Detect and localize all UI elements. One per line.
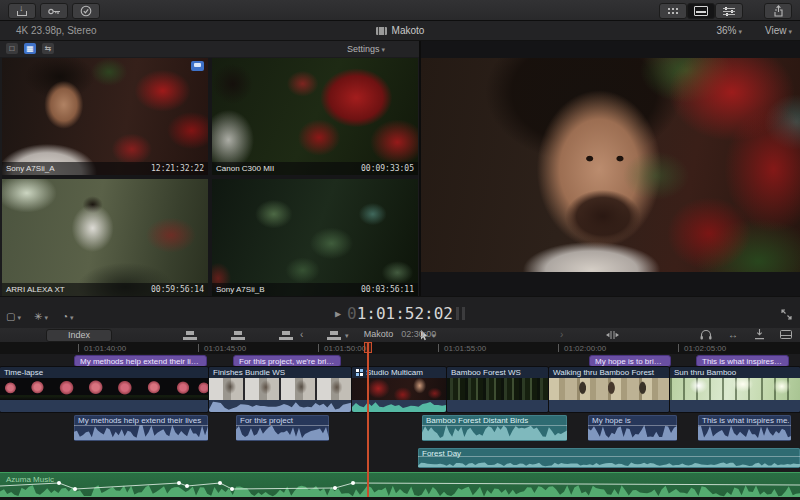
timeline-view-button[interactable]	[687, 3, 715, 19]
angle-name: ARRI ALEXA XT	[6, 285, 65, 294]
audio-clip[interactable]: Bamboo Forest Distant Birds	[422, 415, 567, 441]
inspector-button[interactable]	[715, 3, 743, 19]
audio-clip[interactable]: My hope is	[588, 415, 677, 441]
volume-keyframe[interactable]	[73, 487, 77, 491]
ruler-tick: 01:01:50:00	[318, 344, 366, 353]
volume-keyframe[interactable]	[218, 481, 222, 485]
title-clip[interactable]: My methods help extend their lives...	[74, 355, 207, 367]
snapping-icon[interactable]	[754, 329, 765, 340]
ambience-waveform	[418, 457, 800, 467]
skimming-icon[interactable]: ↔	[728, 329, 738, 340]
audio-clip-waveform	[588, 424, 677, 440]
trim-tool-icon[interactable]	[606, 330, 619, 340]
audio-clip-label: This is what inspires me.	[702, 416, 790, 425]
video-clip-label: Finishes Bundle WS	[213, 367, 285, 378]
ruler-tick: 01:02:05:00	[678, 344, 726, 353]
audio-meter[interactable]	[462, 307, 465, 320]
angle-display-video-icon[interactable]: □	[6, 43, 18, 54]
video-clip-filmstrip	[447, 378, 548, 400]
angle-grid-icon[interactable]: ▦	[24, 43, 36, 54]
playhead-handle[interactable]	[364, 342, 372, 353]
top-toolbar: ↓	[0, 0, 800, 21]
volume-keyframe[interactable]	[333, 486, 337, 490]
volume-keyframe[interactable]	[57, 481, 61, 485]
volume-keyframe[interactable]	[177, 481, 181, 485]
angle-cell[interactable]: Sony A7Sii_A12:21:32:22	[2, 58, 208, 175]
angle-cell[interactable]: Canon C300 MII00:09:33:05	[212, 58, 418, 175]
key-icon	[48, 7, 61, 16]
volume-keyframe[interactable]	[351, 481, 355, 485]
headphones-icon[interactable]	[700, 329, 712, 340]
video-clip-name: Time-lapse	[0, 367, 208, 378]
video-clip-name: Bamboo Forest WS	[447, 367, 548, 378]
active-video-angle-icon	[191, 61, 204, 71]
angle-timecode: 00:09:33:05	[361, 164, 414, 173]
background-tasks-button[interactable]	[72, 3, 100, 19]
zoom-level-menu[interactable]: 36%▾	[716, 25, 742, 36]
angle-name: Sony A7Sii_A	[6, 164, 54, 173]
angle-thumbnail	[2, 179, 208, 296]
audio-meter[interactable]	[456, 307, 459, 320]
import-button[interactable]: ↓	[8, 3, 36, 19]
audio-clip[interactable]: My methods help extend their lives	[74, 415, 208, 441]
import-icon: ↓	[17, 6, 27, 16]
video-clip[interactable]: Walking thru Bamboo Forest	[549, 367, 669, 412]
share-button[interactable]	[764, 3, 792, 19]
timeline-tracks: Azuma Music My methods help extend their…	[0, 354, 800, 500]
grid-dots-icon	[667, 7, 679, 15]
browser-view-button[interactable]	[659, 3, 687, 19]
video-clip[interactable]: Sun thru Bamboo	[670, 367, 800, 412]
audio-clip-waveform	[422, 424, 567, 440]
audio-clip-label: Bamboo Forest Distant Birds	[426, 416, 528, 425]
audio-clip-waveform	[236, 424, 329, 440]
video-clip-audio-strip	[549, 400, 669, 412]
playhead[interactable]	[367, 342, 369, 497]
audio-clip-waveform	[74, 424, 208, 440]
angle-label-bar: Canon C300 MII00:09:33:05	[212, 162, 418, 175]
title-clip[interactable]: This is what inspires me...	[696, 355, 789, 367]
angle-viewer: Sony A7Sii_A12:21:32:22Canon C300 MII00:…	[2, 58, 418, 296]
ruler-tick: 01:02:00:00	[558, 344, 606, 353]
project-header: 4K 23.98p, Stereo Makoto 36%▾ View▾	[0, 21, 800, 41]
video-clip-filmstrip	[0, 378, 208, 400]
video-clip[interactable]: Bamboo Forest WS	[447, 367, 548, 412]
ruler-tick: 01:01:40:00	[78, 344, 126, 353]
filmstrip-icon	[376, 27, 387, 35]
viewer-video-frame	[421, 58, 800, 272]
title-clip[interactable]: For this project, we're bringing nature.…	[233, 355, 341, 367]
audio-clip-waveform	[698, 424, 791, 440]
volume-keyframe[interactable]	[185, 484, 189, 488]
ambience-clip[interactable]: Forest Day	[418, 448, 800, 468]
clip-appearance-icon[interactable]	[780, 330, 792, 339]
view-menu[interactable]: View▾	[765, 25, 792, 36]
video-clip[interactable]: Time-lapse	[0, 367, 208, 412]
keyword-editor-button[interactable]	[40, 3, 68, 19]
volume-keyframes[interactable]	[0, 473, 800, 498]
angle-settings-menu[interactable]: Settings▾	[347, 44, 385, 54]
fullscreen-icon[interactable]	[781, 309, 792, 320]
angle-thumbnail	[2, 58, 208, 175]
audio-clip[interactable]: This is what inspires me.	[698, 415, 791, 441]
project-title: Makoto	[0, 25, 800, 36]
angle-cell[interactable]: ARRI ALEXA XT00:59:56:14	[2, 179, 208, 296]
video-clip-audio-strip	[447, 400, 548, 412]
volume-keyframe[interactable]	[230, 487, 234, 491]
angle-switch-icon[interactable]: ⇆	[42, 43, 54, 54]
video-clip-label: Walking thru Bamboo Forest	[553, 367, 654, 378]
audio-clip-label: My methods help extend their lives	[78, 416, 201, 425]
angle-cell[interactable]: Sony A7Sii_B00:03:56:11	[212, 179, 418, 296]
video-clip-name: Sun thru Bamboo	[670, 367, 800, 378]
ruler-tick: 01:01:55:00	[438, 344, 486, 353]
video-clip-audio-strip	[0, 400, 208, 412]
timeline-toolbar: Index ▾ ▾ ‹ Makoto02:30:00 › ↔	[0, 328, 800, 343]
video-clip-audio-strip	[670, 400, 800, 412]
share-icon	[773, 5, 784, 17]
play-icon[interactable]: ▶	[335, 308, 341, 319]
timeline-forward-button[interactable]: ›	[560, 329, 563, 340]
video-clip[interactable]: Finishes Bundle WS	[209, 367, 351, 412]
audio-clip[interactable]: For this project	[236, 415, 329, 441]
title-clip[interactable]: My hope is to bring us close...	[589, 355, 671, 367]
music-clip[interactable]: Azuma Music	[0, 472, 800, 498]
video-clip-label: Studio Multicam	[366, 367, 423, 378]
multicam-clip-icon	[356, 369, 363, 376]
